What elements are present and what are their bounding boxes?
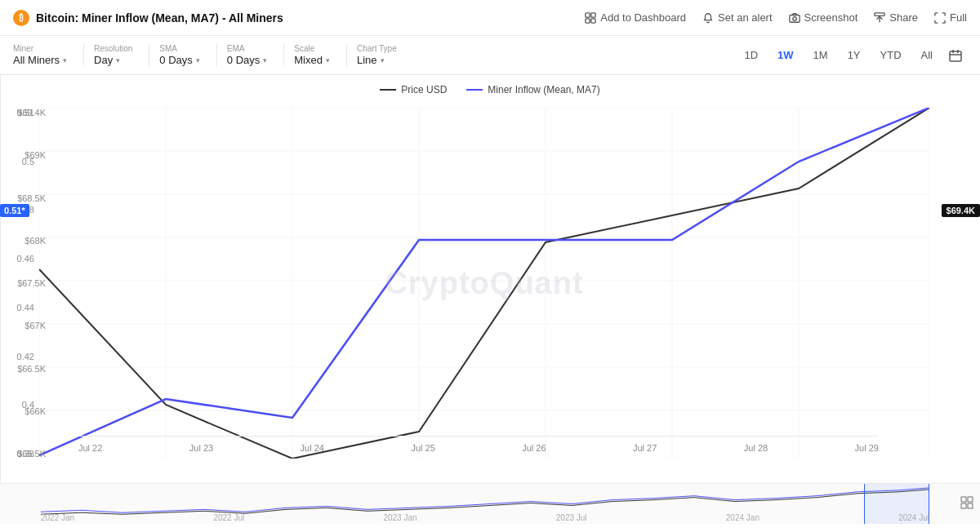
x-label-jul29: Jul 29 (855, 443, 879, 453)
legend-miner-inflow: Miner Inflow (Mean, MA7) (466, 84, 599, 95)
page-title: Bitcoin: Miner Inflow (Mean, MA7) - All … (36, 11, 283, 24)
mini-expand-icon[interactable] (960, 496, 973, 512)
mini-label-2024jan: 2024 Jan (726, 513, 760, 522)
svg-rect-2 (586, 18, 590, 22)
time-btn-all[interactable]: All (913, 46, 941, 64)
share-icon (874, 12, 885, 24)
main-chart-svg (39, 108, 929, 459)
miner-select[interactable]: All Miners ▾ (13, 54, 67, 66)
fullscreen-label: Full (950, 11, 967, 24)
divider-5 (346, 44, 347, 67)
current-value-badge-left: 0.51* (0, 204, 29, 217)
y-right-7: $66K (6, 406, 46, 416)
x-label-jul22: Jul 22 (78, 443, 102, 453)
x-label-jul26: Jul 26 (522, 443, 546, 453)
time-btn-1m[interactable]: 1M (805, 46, 836, 64)
scale-select[interactable]: Mixed ▾ (294, 54, 330, 66)
fullscreen-icon (934, 12, 946, 24)
chart-type-chevron-icon: ▾ (381, 56, 385, 64)
y-right-4: $67.5K (6, 278, 46, 288)
mini-label-2023jul: 2023 Jul (556, 513, 587, 522)
chart-container: Price USD Miner Inflow (Mean, MA7) 0.51*… (0, 75, 980, 483)
miner-label: Miner (13, 44, 67, 53)
divider-2 (149, 44, 149, 67)
sma-select[interactable]: 0 Days ▾ (159, 54, 199, 66)
legend-line-blue (466, 89, 483, 91)
dashboard-icon (585, 12, 596, 24)
time-btn-1w[interactable]: 1W (769, 46, 802, 64)
miner-value: All Miners (13, 54, 60, 66)
fullscreen-button[interactable]: Full (934, 11, 967, 24)
resolution-control: Resolution Day ▾ (94, 44, 132, 66)
add-dashboard-label: Add to Dashboard (600, 11, 686, 24)
ema-label: EMA (227, 44, 267, 53)
svg-rect-1 (591, 12, 595, 16)
time-period-controls: 1D 1W 1M 1Y YTD All (736, 44, 967, 67)
chart-type-control: Chart Type Line ▾ (357, 44, 397, 66)
time-btn-1y[interactable]: 1Y (840, 46, 869, 64)
calendar-button[interactable] (944, 44, 967, 67)
ema-select[interactable]: 0 Days ▾ (227, 54, 267, 66)
title-area: ₿ Bitcoin: Miner Inflow (Mean, MA7) - Al… (13, 10, 283, 26)
y-right-2: $68.5K (6, 193, 46, 203)
y-right-1: $69K (6, 150, 46, 160)
screenshot-label: Screenshot (804, 11, 858, 24)
ema-value: 0 Days (227, 54, 260, 66)
x-label-jul23: Jul 23 (189, 443, 213, 453)
miner-inflow-line (39, 108, 929, 455)
legend-price-label: Price USD (401, 84, 447, 95)
add-to-dashboard-button[interactable]: Add to Dashboard (585, 11, 686, 24)
mini-chart: 2022 Jan 2022 Jul 2023 Jan 2023 Jul 2024… (0, 483, 980, 524)
x-label-jul25: Jul 25 (411, 443, 434, 453)
y-axis-right: $69.4K $69K $68.5K $68K $67.5K $67K $66.… (0, 75, 51, 483)
legend-line-black (380, 89, 396, 91)
top-bar: ₿ Bitcoin: Miner Inflow (Mean, MA7) - Al… (0, 0, 980, 36)
y-right-5: $67K (6, 321, 46, 330)
svg-rect-25 (961, 497, 966, 502)
calendar-icon (949, 49, 962, 62)
set-alert-label: Set an alert (718, 11, 773, 24)
svg-rect-3 (591, 18, 595, 22)
scale-control: Scale Mixed ▾ (294, 44, 330, 66)
resolution-value: Day (94, 54, 113, 66)
share-button[interactable]: Share (874, 11, 918, 24)
current-value-badge-right: $69.4K (942, 204, 980, 217)
chart-svg-wrapper: CryptoQuant (39, 108, 929, 459)
set-alert-button[interactable]: Set an alert (702, 11, 773, 24)
ema-control: EMA 0 Days ▾ (227, 44, 267, 66)
svg-rect-7 (950, 51, 961, 61)
ema-chevron-icon: ▾ (263, 56, 267, 64)
top-actions: Add to Dashboard Set an alert Screenshot… (585, 11, 967, 24)
chart-type-label: Chart Type (357, 44, 397, 53)
mini-label-2022jul: 2022 Jul (213, 513, 244, 522)
expand-icon (960, 496, 973, 509)
miner-control: Miner All Miners ▾ (13, 44, 67, 66)
controls-bar: Miner All Miners ▾ Resolution Day ▾ SMA … (0, 36, 980, 75)
chart-type-select[interactable]: Line ▾ (357, 54, 397, 66)
mini-label-2024jul: 2024 Jul (898, 513, 929, 522)
resolution-select[interactable]: Day ▾ (94, 54, 132, 66)
svg-rect-28 (968, 503, 973, 508)
y-right-3: $68K (6, 236, 46, 246)
x-label-jul24: Jul 24 (301, 443, 324, 453)
share-label: Share (889, 11, 918, 24)
svg-rect-27 (961, 503, 966, 508)
price-line (39, 108, 929, 459)
time-btn-ytd[interactable]: YTD (872, 46, 910, 64)
scale-value: Mixed (294, 54, 323, 66)
x-axis: Jul 22 Jul 23 Jul 24 Jul 25 Jul 26 Jul 2… (78, 436, 879, 459)
miner-chevron-icon: ▾ (63, 56, 67, 64)
scale-label: Scale (294, 44, 330, 53)
time-btn-1d[interactable]: 1D (736, 46, 766, 64)
svg-rect-6 (875, 12, 884, 16)
screenshot-button[interactable]: Screenshot (789, 11, 858, 24)
sma-control: SMA 0 Days ▾ (159, 44, 199, 66)
divider-3 (216, 44, 217, 67)
mini-label-2023jan: 2023 Jan (383, 513, 416, 522)
svg-rect-26 (968, 497, 973, 502)
divider-4 (283, 44, 284, 67)
svg-point-5 (792, 16, 795, 20)
chart-type-value: Line (357, 54, 377, 66)
mini-inflow-line (41, 488, 929, 512)
scale-chevron-icon: ▾ (326, 56, 330, 64)
